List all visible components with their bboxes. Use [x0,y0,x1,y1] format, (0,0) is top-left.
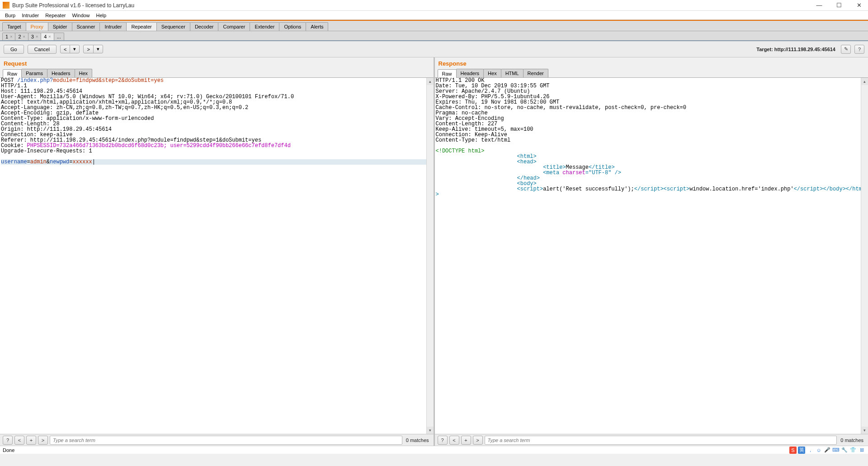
search-prev-button[interactable]: < [14,436,24,445]
cancel-button[interactable]: Cancel [28,45,57,54]
response-scrollbar[interactable]: ▴ ▾ [861,78,868,434]
main-tabs: Target Proxy Spider Scanner Intruder Rep… [0,20,868,31]
response-tab-headers[interactable]: Headers [456,69,484,77]
response-match-count: 0 matches [839,437,865,443]
search-next-button[interactable]: > [38,436,48,445]
sub-tab-1[interactable]: 1× [2,33,15,40]
tab-target[interactable]: Target [2,22,26,31]
search-next-button[interactable]: > [473,436,483,445]
response-body[interactable]: HTTP/1.1 200 OK Date: Tue, 10 Dec 2019 0… [435,78,868,434]
ime-skin-icon[interactable]: 👕 [849,447,857,454]
app-icon [3,2,9,9]
request-tabs: Raw Params Headers Hex [0,69,434,78]
ime-lang-icon[interactable]: 英 [798,447,805,454]
ime-grid-icon[interactable]: ⊞ [858,447,865,454]
maximize-button[interactable]: ☐ [833,1,845,10]
prev-button[interactable]: < [60,45,70,53]
ime-smile-icon[interactable]: ☺ [815,447,822,454]
search-prev-button[interactable]: < [449,436,459,445]
next-menu-button[interactable]: ▾ [93,45,103,53]
menu-intruder[interactable]: Intruder [19,12,41,19]
help-button[interactable]: ? [854,45,864,54]
tab-sequencer[interactable]: Sequencer [156,22,190,31]
response-tab-html[interactable]: HTML [501,69,524,77]
repeater-toolbar: Go Cancel < ▾ > ▾ Target: http://111.198… [0,41,868,57]
tab-scanner[interactable]: Scanner [72,22,100,31]
tab-options[interactable]: Options [279,22,306,31]
status-text: Done [3,447,14,453]
status-bar: Done S 英 ， ☺ 🎤 ⌨ 🔧 👕 ⊞ [0,446,868,454]
request-search-input[interactable] [50,436,402,445]
tab-spider[interactable]: Spider [48,22,72,31]
edit-target-button[interactable]: ✎ [841,45,851,54]
close-icon[interactable]: × [23,34,25,39]
sub-tab-3[interactable]: 3× [28,33,41,40]
go-button[interactable]: Go [4,45,24,54]
ime-keyboard-icon[interactable]: ⌨ [832,447,840,454]
close-icon[interactable]: × [10,34,12,39]
menu-bar: Burp Intruder Repeater Window Help [0,11,868,20]
menu-help[interactable]: Help [94,12,109,19]
close-button[interactable]: ✕ [853,1,865,10]
tab-extender[interactable]: Extender [250,22,279,31]
response-tab-render[interactable]: Render [523,69,548,77]
scroll-down-icon[interactable]: ▾ [861,427,868,434]
request-tab-raw[interactable]: Raw [3,69,22,78]
request-raw-text[interactable]: POST /index.php?module=findpwd&step=2&do… [0,78,434,165]
request-scrollbar[interactable]: ▴ ▾ [426,78,434,434]
ime-sogou-icon[interactable]: S [789,447,797,454]
search-help-button[interactable]: ? [438,436,448,445]
response-title: Response [435,57,868,69]
ime-wrench-icon[interactable]: 🔧 [841,447,848,454]
request-match-count: 0 matches [404,437,431,443]
repeater-sub-tabs: 1× 2× 3× 4× ... [0,31,868,41]
scroll-up-icon[interactable]: ▴ [861,78,868,85]
tab-proxy[interactable]: Proxy [26,22,48,31]
scroll-up-icon[interactable]: ▴ [427,78,434,85]
window-buttons: — ☐ ✕ [813,1,865,10]
next-button[interactable]: > [83,45,93,53]
sub-tab-more[interactable]: ... [54,33,64,40]
request-search-bar: ? < + > 0 matches [0,434,434,446]
response-pane: Response Raw Headers Hex HTML Render HTT… [435,57,868,446]
history-prev-group: < ▾ [60,45,80,53]
sub-tab-4[interactable]: 4× [41,33,54,40]
menu-repeater[interactable]: Repeater [43,12,68,19]
target-label: Target: http://111.198.29.45:45614 [756,47,835,52]
content-area: Request Raw Params Headers Hex POST /ind… [0,57,868,446]
title-bar: Burp Suite Professional v1.6 - licensed … [0,0,868,11]
prev-menu-button[interactable]: ▾ [70,45,80,53]
response-search-bar: ? < + > 0 matches [435,434,868,446]
tab-alerts[interactable]: Alerts [306,22,328,31]
search-add-button[interactable]: + [461,436,471,445]
response-tabs: Raw Headers Hex HTML Render [435,69,868,78]
request-tab-hex[interactable]: Hex [75,69,93,77]
close-icon[interactable]: × [48,34,51,39]
close-icon[interactable]: × [36,34,38,39]
tab-repeater[interactable]: Repeater [126,22,156,31]
history-next-group: > ▾ [83,45,103,53]
search-help-button[interactable]: ? [3,436,13,445]
ime-mic-icon[interactable]: 🎤 [824,447,831,454]
sub-tab-2[interactable]: 2× [15,33,28,40]
window-title: Burp Suite Professional v1.6 - licensed … [12,2,813,9]
ime-tray: S 英 ， ☺ 🎤 ⌨ 🔧 👕 ⊞ [789,447,865,454]
scroll-down-icon[interactable]: ▾ [427,427,434,434]
response-raw-text[interactable]: HTTP/1.1 200 OK Date: Tue, 10 Dec 2019 0… [435,78,868,197]
menu-window[interactable]: Window [70,12,92,19]
request-title: Request [0,57,434,69]
tab-decoder[interactable]: Decoder [190,22,219,31]
menu-burp[interactable]: Burp [3,12,18,19]
ime-punct-icon[interactable]: ， [807,447,814,454]
tab-intruder[interactable]: Intruder [99,22,127,31]
tab-comparer[interactable]: Comparer [218,22,250,31]
request-tab-headers[interactable]: Headers [47,69,75,77]
request-body[interactable]: POST /index.php?module=findpwd&step=2&do… [0,78,434,434]
minimize-button[interactable]: — [813,1,826,10]
response-tab-hex[interactable]: Hex [483,69,501,77]
response-search-input[interactable] [485,436,837,445]
request-pane: Request Raw Params Headers Hex POST /ind… [0,57,435,446]
response-tab-raw[interactable]: Raw [438,69,457,78]
search-add-button[interactable]: + [26,436,36,445]
request-tab-params[interactable]: Params [21,69,47,77]
